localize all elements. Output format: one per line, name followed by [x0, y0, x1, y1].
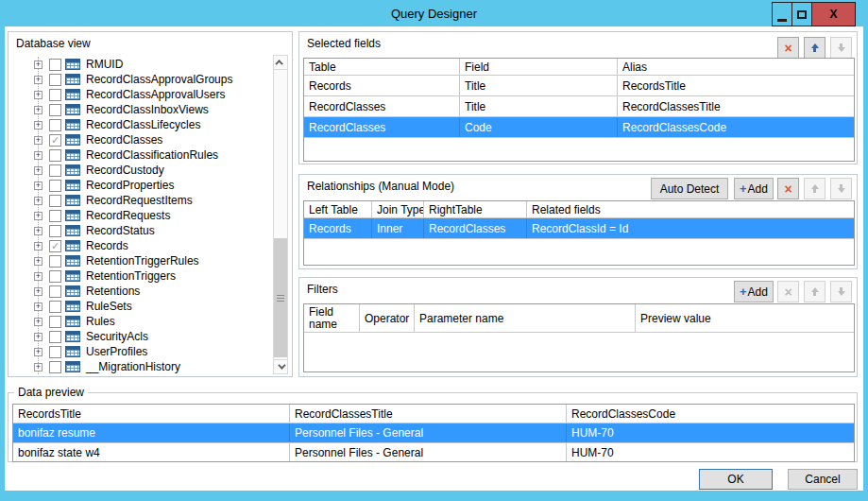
tree-item[interactable]: +UserProfiles	[9, 344, 271, 359]
checkbox[interactable]	[49, 285, 61, 298]
tree-item[interactable]: +RetentionTriggers	[9, 268, 271, 284]
tree-scrollbar[interactable]	[273, 55, 288, 374]
expand-icon[interactable]: +	[34, 151, 43, 160]
ok-button[interactable]: OK	[699, 469, 773, 490]
checkbox[interactable]	[49, 119, 61, 131]
cancel-button[interactable]: Cancel	[788, 469, 858, 490]
tree-item[interactable]: +RetentionTriggerRules	[9, 253, 271, 268]
move-field-down-button[interactable]	[830, 37, 852, 59]
expand-icon[interactable]: +	[34, 197, 43, 205]
tree-item[interactable]: +RecordClassInboxViews	[9, 102, 271, 117]
column-header[interactable]: Alias	[618, 59, 854, 75]
expand-icon[interactable]: +	[34, 363, 43, 371]
column-header[interactable]: RecordClassesTitle	[290, 405, 567, 423]
tree-item[interactable]: +Rules	[9, 314, 271, 329]
checkbox[interactable]	[49, 301, 61, 313]
checkbox[interactable]	[49, 225, 61, 237]
expand-icon[interactable]: +	[34, 136, 43, 145]
grid-row[interactable]: RecordClasses Title RecordClassesTitle	[304, 96, 854, 117]
tree-item[interactable]: +RecordRequestItems	[9, 193, 271, 208]
move-field-up-button[interactable]	[804, 37, 825, 59]
column-header[interactable]: Field name	[304, 304, 360, 332]
tree-item[interactable]: +SecurityAcls	[9, 329, 271, 344]
checkbox[interactable]	[49, 59, 61, 71]
column-header[interactable]: RightTable	[424, 201, 527, 217]
tree-item[interactable]: +RMUID	[9, 57, 271, 72]
column-header[interactable]: Parameter name	[415, 304, 636, 332]
grid-row[interactable]: bonifaz state w4 Personnel Files - Gener…	[13, 443, 854, 462]
tree-item-partial[interactable]: +	[9, 374, 271, 376]
checkbox[interactable]	[49, 180, 61, 192]
grid-row-selected[interactable]: bonifaz resume Personnel Files - General…	[13, 423, 854, 443]
expand-icon[interactable]: +	[34, 242, 43, 250]
tree-item[interactable]: +RecordClassApprovalGroups	[9, 72, 271, 87]
checkbox[interactable]	[49, 210, 61, 222]
expand-icon[interactable]: +	[34, 181, 43, 190]
expand-icon[interactable]: +	[34, 287, 43, 296]
expand-icon[interactable]: +	[34, 272, 43, 281]
remove-field-button[interactable]: ×	[777, 37, 799, 59]
checkbox[interactable]	[49, 195, 61, 207]
scroll-down-button[interactable]	[274, 359, 287, 373]
expand-icon[interactable]: +	[34, 333, 43, 341]
tree-item[interactable]: +✓Records	[9, 238, 271, 253]
checkbox[interactable]	[49, 316, 61, 328]
column-header[interactable]: RecordsTitle	[13, 405, 290, 423]
checkbox[interactable]	[49, 74, 61, 86]
scroll-up-button[interactable]	[274, 56, 287, 70]
grid-row-selected[interactable]: Records Inner RecordClasses RecordClassI…	[304, 218, 854, 239]
move-relationship-up-button[interactable]	[804, 178, 825, 199]
column-header[interactable]: Join Type	[372, 201, 424, 217]
expand-icon[interactable]: +	[34, 76, 43, 84]
checkbox[interactable]: ✓	[49, 134, 61, 147]
checkbox[interactable]	[49, 149, 61, 162]
tree-item[interactable]: +Retentions	[9, 284, 271, 299]
checkbox[interactable]	[49, 164, 61, 177]
checkbox[interactable]	[49, 104, 61, 116]
expand-icon[interactable]: +	[34, 166, 43, 175]
remove-filter-button[interactable]: ×	[777, 281, 799, 302]
tree-item[interactable]: +__MigrationHistory	[9, 359, 271, 374]
expand-icon[interactable]: +	[34, 227, 43, 235]
scrollbar-thumb[interactable]	[274, 238, 287, 357]
add-filter-button[interactable]: +Add	[734, 281, 774, 302]
checkbox[interactable]	[49, 255, 61, 268]
column-header[interactable]: Field	[460, 59, 618, 75]
add-relationship-button[interactable]: +Add	[734, 178, 774, 199]
move-filter-down-button[interactable]	[830, 281, 852, 302]
column-header[interactable]: Related fields	[527, 201, 854, 217]
expand-icon[interactable]: +	[34, 106, 43, 114]
checkbox[interactable]	[49, 376, 61, 377]
tree-item[interactable]: +RecordClassificationRules	[9, 147, 271, 163]
tree-item[interactable]: +✓RecordClasses	[9, 132, 271, 147]
checkbox[interactable]	[49, 331, 61, 343]
expand-icon[interactable]: +	[34, 91, 43, 99]
expand-icon[interactable]: +	[34, 257, 43, 266]
tree-item[interactable]: +RecordCustody	[9, 163, 271, 178]
expand-icon[interactable]: +	[34, 302, 43, 311]
tree-item[interactable]: +RecordStatus	[9, 223, 271, 238]
column-header[interactable]: Left Table	[304, 201, 372, 217]
checkbox[interactable]	[49, 361, 61, 373]
tree-item[interactable]: +RecordClassLifecycles	[9, 117, 271, 132]
tree-item[interactable]: +RecordClassApprovalUsers	[9, 87, 271, 102]
expand-icon[interactable]: +	[34, 348, 43, 356]
maximize-button[interactable]	[791, 2, 812, 26]
tree-item[interactable]: +RuleSets	[9, 299, 271, 314]
expand-icon[interactable]: +	[34, 60, 43, 69]
expand-icon[interactable]: +	[34, 121, 43, 130]
auto-detect-button[interactable]: Auto Detect	[651, 178, 728, 199]
column-header[interactable]: Table	[304, 59, 460, 75]
column-header[interactable]: Operator	[360, 304, 415, 332]
column-header[interactable]: RecordClassesCode	[567, 405, 854, 423]
close-button[interactable]: X	[811, 2, 856, 26]
minimize-button[interactable]	[772, 2, 792, 26]
move-relationship-down-button[interactable]	[830, 178, 852, 199]
checkbox[interactable]	[49, 346, 61, 358]
checkbox[interactable]	[49, 270, 61, 283]
checkbox[interactable]: ✓	[49, 240, 61, 252]
tree-item[interactable]: +RecordProperties	[9, 178, 271, 193]
grid-row[interactable]: Records Title RecordsTitle	[304, 76, 854, 96]
expand-icon[interactable]: +	[34, 318, 43, 326]
grid-row-selected[interactable]: RecordClasses Code RecordClassesCode	[304, 117, 854, 138]
